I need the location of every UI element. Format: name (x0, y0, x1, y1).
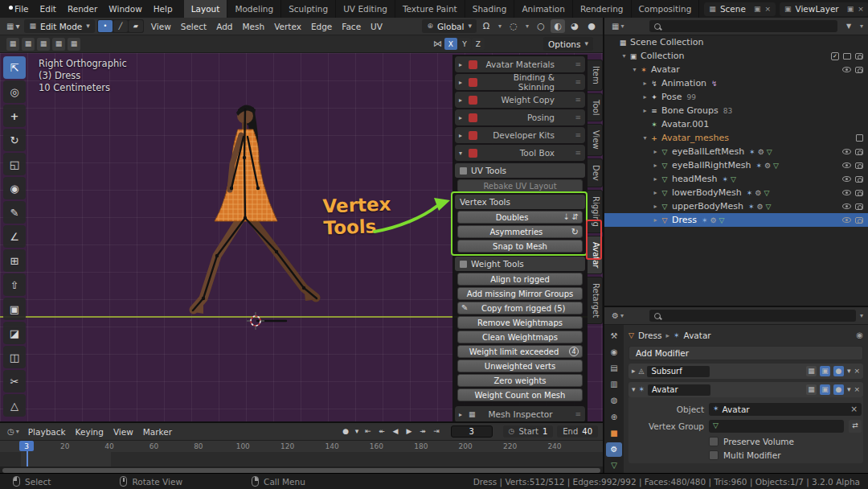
expand-toggle[interactable]: ▸ (641, 80, 649, 87)
npanel-button[interactable]: Align to rigged (457, 273, 583, 286)
display-render-toggle[interactable] (833, 366, 844, 376)
multi-modifier-checkbox[interactable] (709, 450, 719, 460)
expand-toggle[interactable]: ▾ (630, 66, 639, 73)
modifier-extras-icon[interactable] (847, 386, 851, 393)
viewport-tool-button[interactable] (3, 201, 26, 224)
npanel-button[interactable]: Weight limit exceeded 4 (457, 345, 583, 358)
npanel-tab[interactable]: Avatar (588, 236, 603, 274)
properties-search-input[interactable] (649, 310, 856, 322)
outliner-row[interactable]: ▾ Avatar (604, 63, 868, 76)
viewport-tool-button[interactable] (3, 370, 26, 392)
outliner-row[interactable]: ▸ Dress (604, 213, 868, 227)
npanel-panel-header[interactable]: Avatar Materials (455, 56, 585, 72)
unlink-scene-icon[interactable] (764, 6, 771, 13)
object-field[interactable]: Avatar (709, 403, 862, 416)
eye-icon[interactable] (842, 190, 851, 195)
expand-toggle[interactable]: ▸ (651, 148, 660, 155)
tool-settings-icon[interactable] (6, 38, 19, 51)
current-frame-field[interactable]: 3 (451, 425, 493, 438)
display-editmode-toggle[interactable] (806, 384, 817, 395)
action-icon[interactable] (711, 79, 718, 88)
vgroup-icon[interactable] (731, 175, 736, 183)
properties-tab[interactable] (606, 344, 622, 359)
menu-item[interactable]: UV (366, 22, 387, 31)
invert-vertex-group-button[interactable] (849, 420, 862, 433)
remove-view-layer-icon[interactable] (858, 6, 864, 13)
vertex-group-field[interactable] (709, 420, 844, 433)
npanel-button[interactable]: Add missing Mirror Groups (457, 287, 583, 300)
copy-brush-icon[interactable] (461, 304, 468, 312)
snap-magnet-button[interactable] (479, 19, 493, 33)
expand-toggle[interactable]: ▾ (641, 134, 649, 142)
expand-toggle[interactable]: ▸ (651, 203, 660, 210)
vertex-tools-header[interactable]: Vertex Tools (455, 195, 585, 209)
modifier-subsurf-header[interactable]: Subsurf (628, 364, 863, 379)
new-view-layer-icon[interactable] (847, 6, 854, 13)
editor-type-button[interactable] (5, 428, 22, 436)
workspace-tab[interactable]: Rendering (573, 0, 632, 18)
modifier-icon[interactable] (764, 161, 771, 170)
expand-toggle[interactable]: ▸ (651, 216, 660, 224)
menu-item[interactable]: Vertex (269, 22, 306, 31)
properties-tab[interactable] (606, 442, 622, 457)
drag-grip-icon[interactable] (575, 78, 581, 86)
outliner-row[interactable]: ▸ eyeBallLeftMesh (604, 145, 868, 158)
tool-settings-icon[interactable] (22, 38, 35, 51)
close-icon[interactable] (854, 368, 860, 375)
menu-item[interactable]: View (146, 22, 176, 31)
modifier-icon[interactable] (757, 202, 764, 211)
menu-item[interactable]: Edge (306, 22, 337, 31)
viewport-tool-button[interactable] (3, 56, 26, 79)
npanel-button[interactable]: Copy from rigged (5) (457, 302, 583, 314)
menu-item[interactable]: Add (211, 22, 237, 31)
armature-mod-icon[interactable] (749, 147, 755, 156)
camera-icon[interactable] (855, 53, 863, 60)
proportional-edit-button[interactable] (506, 19, 521, 33)
expand-caret-icon[interactable] (632, 368, 636, 375)
npanel-tab[interactable]: Item (588, 60, 603, 91)
previous-keyframe-button[interactable] (376, 425, 388, 438)
check-icon[interactable] (831, 52, 839, 60)
menu-item[interactable]: Playback (23, 427, 71, 437)
snap-options-button[interactable] (496, 19, 504, 33)
drag-grip-icon[interactable] (575, 96, 581, 104)
display-editmode-toggle[interactable] (806, 366, 817, 376)
workspace-tab[interactable]: UV Editing (336, 0, 395, 18)
display-realtime-toggle[interactable] (820, 366, 830, 376)
npanel-tab[interactable]: Tool (588, 93, 603, 121)
menu-item[interactable]: Marker (138, 427, 177, 437)
npanel-panel-header[interactable]: Posing (455, 109, 585, 125)
screen-icon[interactable] (843, 53, 851, 60)
outliner-row[interactable]: ▸ Pose 99 (604, 90, 868, 104)
eye-icon[interactable] (842, 203, 851, 209)
outliner-row[interactable]: ▾ Avatar_meshes (604, 131, 868, 145)
camera-icon[interactable] (855, 203, 863, 210)
auto-keying-toggle[interactable] (340, 425, 352, 438)
menu-item[interactable]: Keying (71, 427, 108, 437)
close-icon[interactable] (854, 386, 860, 393)
viewport-tool-button[interactable] (3, 249, 26, 272)
viewport-tool-button[interactable] (3, 153, 26, 175)
npanel-button[interactable]: Asymmetries (457, 225, 583, 238)
camera-icon[interactable] (855, 67, 863, 73)
viewport-tool-button[interactable] (3, 273, 26, 296)
jump-to-end-button[interactable] (431, 425, 443, 438)
properties-tab[interactable] (606, 377, 622, 392)
npanel-button[interactable]: Zero weights (457, 374, 583, 387)
outliner-row[interactable]: ▸ Bone Groups 83 (604, 104, 868, 117)
preserve-volume-checkbox[interactable] (709, 437, 719, 446)
drag-grip-icon[interactable] (575, 131, 581, 139)
tool-settings-icon[interactable] (37, 38, 50, 51)
properties-tab[interactable] (606, 409, 622, 424)
npanel-tab[interactable]: Dev (588, 158, 603, 187)
expand-toggle[interactable]: ▸ (651, 175, 660, 183)
expand-toggle[interactable]: ▸ (641, 93, 649, 101)
npanel-panel-header[interactable]: Weight Copy (455, 92, 585, 108)
options-dropdown[interactable]: Options (543, 37, 593, 51)
viewport-tool-button[interactable] (3, 322, 26, 344)
shading-wireframe-button[interactable] (534, 19, 548, 33)
filter-button[interactable] (841, 19, 856, 33)
armature-mod-icon[interactable] (702, 216, 708, 224)
viewport-tool-button[interactable] (3, 394, 26, 417)
properties-tab[interactable] (606, 360, 622, 375)
